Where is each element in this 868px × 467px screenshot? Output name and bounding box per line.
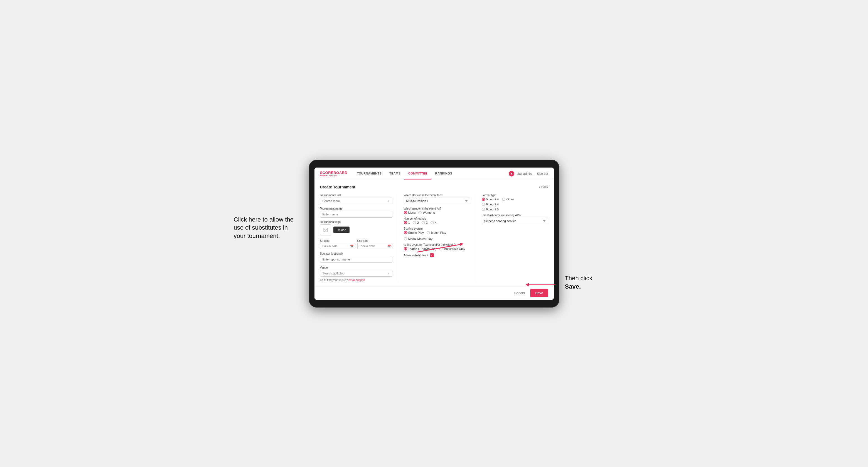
page-header: Create Tournament < Back (320, 185, 548, 189)
arrow-head-substitutes (460, 242, 464, 246)
user-avatar: B (509, 171, 514, 177)
back-link[interactable]: < Back (539, 185, 548, 189)
start-date-label: St. date (320, 239, 330, 242)
format-6count5-label: 6 count 5 (486, 208, 499, 211)
upload-button[interactable]: Upload (333, 226, 350, 233)
format-5count4[interactable]: 5 count 4 (482, 197, 499, 201)
nav-rankings[interactable]: RANKINGS (431, 167, 456, 180)
rounds-4-label: 4 (435, 221, 437, 224)
rounds-3-radio[interactable] (422, 221, 425, 224)
format-row-1: 5 count 4 Other (482, 197, 548, 201)
division-group: Which division is the event for? NCAA Di… (404, 194, 470, 204)
nav-committee[interactable]: COMMITTEE (404, 167, 431, 180)
rounds-2-radio[interactable] (413, 221, 416, 224)
rounds-label: Number of rounds (404, 217, 470, 220)
allow-substitutes-checkbox[interactable] (430, 253, 434, 257)
stroke-play-label: Stroke Play (408, 231, 424, 234)
division-label: Which division is the event for? (404, 194, 470, 197)
format-other-radio[interactable] (502, 197, 505, 201)
venue-input[interactable] (320, 270, 393, 277)
scoring-stroke-play[interactable]: Stroke Play (404, 231, 424, 234)
venue-search-icon: ▼ (388, 272, 390, 275)
format-6count5[interactable]: 6 count 5 (482, 208, 548, 211)
medal-match-play-label: Medal Match Play (408, 237, 432, 241)
sign-out-link[interactable]: Sign out (537, 172, 548, 175)
tournament-name-label: Tournament name (320, 207, 393, 210)
scoring-match-play[interactable]: Match Play (427, 231, 446, 234)
stroke-play-radio[interactable] (404, 231, 407, 234)
allow-substitutes-group: Allow substitutes? (404, 253, 470, 257)
gender-label: Which gender is the event for? (404, 207, 470, 210)
sponsor-input[interactable] (320, 256, 393, 263)
rounds-2[interactable]: 2 (413, 221, 419, 224)
gender-mens-radio[interactable] (404, 211, 407, 214)
tablet-device: SCOREBOARD Powered by clippd TOURNAMENTS… (309, 160, 559, 308)
scoring-api-label: Use third-party live scoring API? (482, 214, 548, 217)
format-5count4-radio[interactable] (482, 197, 485, 201)
logo-upload-area: Upload (320, 224, 393, 236)
navbar: SCOREBOARD Powered by clippd TOURNAMENTS… (314, 167, 554, 180)
format-6count4-label: 6 count 4 (486, 203, 499, 206)
rounds-4-radio[interactable] (431, 221, 434, 224)
rounds-1[interactable]: 1 (404, 221, 410, 224)
gender-womens-radio[interactable] (418, 211, 422, 214)
form-grid: Tournament Host ▼ Tournament name (320, 194, 548, 282)
tournament-host-group: Tournament Host ▼ (320, 194, 393, 204)
format-other[interactable]: Other (502, 197, 514, 201)
annotation-left: Click here to allow the use of substitut… (234, 215, 301, 240)
brand-name: clippd (332, 175, 337, 177)
division-select[interactable]: NCAA Division I (404, 197, 470, 204)
logo-text: SCOREBOARD (320, 170, 348, 175)
format-other-label: Other (506, 197, 514, 201)
format-type-group: Format type 5 count 4 (482, 194, 548, 211)
tournament-name-input[interactable] (320, 211, 393, 218)
powered-by-text: Powered by (320, 175, 331, 177)
gender-mens[interactable]: Mens (404, 211, 416, 214)
logo-area: SCOREBOARD Powered by clippd (320, 171, 348, 177)
tournament-host-input[interactable] (320, 197, 393, 204)
teams-radio[interactable] (404, 247, 407, 250)
venue-help: Can't find your venue? email support (320, 279, 393, 282)
format-6count4[interactable]: 6 count 4 (482, 203, 548, 206)
nav-tournaments[interactable]: TOURNAMENTS (353, 167, 385, 180)
scoring-system-group: Scoring system Stroke Play Match Play (404, 227, 470, 241)
format-6count4-radio[interactable] (482, 203, 485, 206)
rounds-radio-group: 1 2 3 (404, 221, 470, 224)
date-group: St. date 📅 End date (320, 238, 393, 249)
save-button[interactable]: Save (530, 289, 548, 297)
logo-scoreboard: SCOREBOARD (320, 171, 348, 175)
format-6count5-radio[interactable] (482, 208, 485, 211)
gender-womens[interactable]: Womens (418, 211, 435, 214)
form-col-1: Tournament Host ▼ Tournament name (320, 194, 393, 282)
rounds-group: Number of rounds 1 2 (404, 217, 470, 224)
gender-group: Which gender is the event for? Mens Wome… (404, 207, 470, 214)
rounds-2-label: 2 (417, 221, 419, 224)
sponsor-group: Sponsor (optional) (320, 252, 393, 263)
medal-match-play-radio[interactable] (404, 237, 407, 241)
scoring-system-label: Scoring system (404, 227, 470, 230)
nav-links: TOURNAMENTS TEAMS COMMITTEE RANKINGS (353, 167, 509, 180)
allow-substitutes-checkbox-group: Allow substitutes? (404, 253, 470, 257)
rounds-3[interactable]: 3 (422, 221, 428, 224)
nav-teams[interactable]: TEAMS (385, 167, 404, 180)
logo-powered: Powered by clippd (320, 175, 348, 177)
form-col-2: Which division is the event for? NCAA Di… (398, 194, 470, 282)
email-support-link[interactable]: email support (348, 279, 365, 282)
sponsor-label: Sponsor (optional) (320, 252, 393, 255)
cancel-button[interactable]: Cancel (512, 289, 527, 297)
match-play-label: Match Play (431, 231, 446, 234)
user-name: blair admin (517, 172, 531, 175)
scoring-medal-match-play[interactable]: Medal Match Play (404, 237, 432, 241)
annotation-right: Then click Save. (565, 274, 621, 290)
rounds-4[interactable]: 4 (431, 221, 437, 224)
format-5count4-label: 5 count 4 (486, 197, 499, 201)
match-play-radio[interactable] (427, 231, 430, 234)
rounds-3-label: 3 (426, 221, 428, 224)
rounds-1-radio[interactable] (404, 221, 407, 224)
tournament-host-label: Tournament Host (320, 194, 393, 197)
tournament-logo-label: Tournament logo (320, 220, 393, 223)
page-footer: Cancel Save (314, 286, 554, 300)
allow-substitutes-label: Allow substitutes? (404, 253, 428, 257)
format-options: 5 count 4 Other (482, 197, 548, 211)
scoring-api-select[interactable]: Select a scoring service (482, 218, 548, 224)
